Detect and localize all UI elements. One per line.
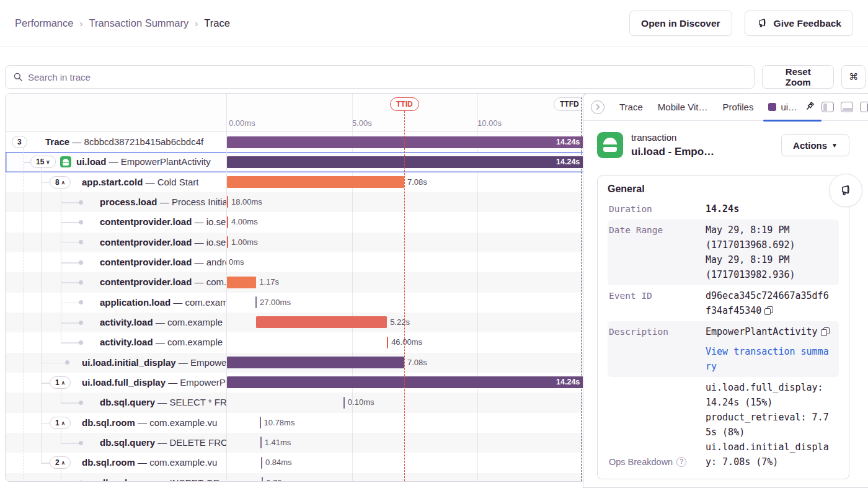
shortcut-button[interactable]: ⌘ [841, 65, 866, 89]
span-label: db.sql.query — SELECT * FROM [100, 393, 226, 412]
breadcrumb-transaction-summary[interactable]: Transaction Summary [89, 17, 188, 29]
span-bar[interactable] [262, 477, 263, 482]
span-bar[interactable] [260, 437, 262, 448]
tree-dot [79, 280, 83, 285]
tree-guide-line [61, 428, 61, 443]
span-bar[interactable] [227, 236, 228, 248]
reset-zoom-button[interactable]: Reset Zoom [762, 65, 834, 89]
span-op: ui.load.full_display [82, 377, 166, 388]
detail-row: Ops Breakdown?ui.load.full_display: 14.2… [608, 377, 839, 472]
span-description: — EmpowerPlantActivity [106, 156, 210, 167]
detail-value: d96eca345c724667a35df6f34af45340 [706, 288, 831, 318]
span-bar[interactable] [227, 176, 404, 188]
span-label: contentprovider.load — io.sentry [100, 233, 226, 252]
span-op: activity.load [100, 317, 153, 327]
pin-icon[interactable] [802, 99, 818, 115]
view-transaction-summary-link[interactable]: View transaction summary [706, 344, 831, 374]
tree-cell: db.sql.query — DELETE FROM [6, 433, 226, 453]
row-count-pill[interactable]: 1∧ [50, 376, 71, 389]
open-in-discover-label: Open in Discover [641, 18, 720, 29]
collapse-drawer-button[interactable] [591, 100, 604, 114]
breadcrumb-separator: › [79, 18, 82, 29]
span-duration: 7.08s [407, 172, 427, 192]
row-count-pill[interactable]: 3 [12, 136, 27, 148]
span-label: db.sql.query — DELETE FROM [100, 433, 226, 453]
row-count-pill[interactable]: 1∧ [50, 417, 71, 429]
child-count: 2 [55, 458, 60, 467]
ttfd-badge[interactable]: TTFD [554, 97, 585, 111]
span-bar[interactable] [261, 457, 262, 469]
span-bar[interactable]: 14.24s [227, 376, 583, 388]
span-bar[interactable] [227, 277, 256, 288]
span-duration: 1.41ms [265, 433, 291, 453]
tree-elbow [61, 443, 80, 444]
android-icon [60, 156, 71, 167]
sentry-trace-view: Performance › Transaction Summary › Trac… [0, 0, 868, 488]
span-bar[interactable] [227, 216, 228, 228]
row-count-pill[interactable]: 2∧ [50, 456, 71, 469]
span-label: ui.load — EmpowerPlantActivity [76, 152, 211, 172]
ttid-badge[interactable]: TTID [390, 97, 419, 111]
span-op: db.sql.room [82, 457, 135, 468]
tree-cell: activity.load — com.example [6, 313, 226, 332]
span-description: — androidx [192, 257, 226, 267]
open-in-discover-button[interactable]: Open in Discover [629, 11, 732, 36]
span-bar[interactable] [256, 316, 387, 328]
feedback-fab[interactable] [829, 174, 862, 207]
span-op: contentprovider.load [100, 277, 192, 287]
span-description: — com.example [153, 337, 223, 347]
span-bar[interactable] [227, 196, 228, 208]
dock-left-icon[interactable] [822, 102, 834, 112]
child-count: 3 [17, 138, 22, 146]
detail-value: ui.load.full_display: 14.24s (15%)produc… [706, 380, 831, 469]
span-label: db.sql.query — INSERT OR [100, 473, 220, 482]
row-count-pill[interactable]: 15∨ [30, 156, 56, 168]
tree-cell: 8∧app.start.cold — Cold Start [6, 172, 226, 192]
span-description: — EmpowerPlantActivity [176, 357, 226, 368]
detail-label-text: Date Range [609, 225, 663, 235]
detail-value: EmpowerPlantActivityView transaction sum… [706, 324, 831, 374]
copy-icon[interactable] [821, 327, 830, 336]
row-count-pill[interactable]: 8∧ [50, 176, 71, 189]
chevron-down-icon: ∨ [46, 159, 50, 165]
give-feedback-button[interactable]: Give Feedback [745, 11, 853, 36]
span-duration: 14.24s [556, 376, 580, 388]
tree-cell: contentprovider.load — androidx [6, 252, 226, 272]
dock-right-icon[interactable] [860, 102, 868, 112]
detail-row: DescriptionEmpowerPlantActivityView tran… [608, 321, 839, 377]
active-tab-underline [763, 120, 822, 122]
span-bar[interactable] [227, 357, 404, 368]
help-icon[interactable]: ? [676, 457, 686, 467]
span-duration: 14.24s [556, 156, 580, 168]
actions-button[interactable]: Actions ▼ [781, 134, 849, 156]
copy-icon[interactable] [764, 306, 773, 315]
tab-mobile-vitals[interactable]: Mobile Vit… [650, 102, 715, 112]
chevron-up-icon: ∧ [61, 380, 65, 386]
tree-elbow [61, 282, 80, 283]
span-duration: 1.00ms [231, 233, 258, 252]
tab-trace[interactable]: Trace [612, 102, 650, 112]
detail-label: Date Range [608, 223, 706, 282]
axis-tick-label: 0.00ms [229, 118, 255, 128]
span-bar[interactable] [343, 397, 345, 409]
tab-span-detail-active[interactable]: ui… [763, 94, 822, 121]
span-bar[interactable] [255, 296, 257, 308]
search-input[interactable] [28, 72, 746, 82]
search-box[interactable] [5, 65, 755, 89]
breadcrumb-performance[interactable]: Performance [15, 17, 73, 29]
tree-cell: contentprovider.load — com.example [6, 272, 226, 292]
span-bar[interactable] [260, 417, 261, 428]
tree-cell: db.sql.query — INSERT OR [6, 473, 226, 482]
span-bar[interactable]: 14.24s [227, 156, 583, 168]
general-heading: General [608, 184, 839, 195]
tree-dot [79, 300, 83, 304]
tree-dot [79, 340, 83, 345]
tab-profiles[interactable]: Profiles [715, 102, 761, 112]
dock-bottom-icon[interactable] [841, 102, 853, 112]
span-bar[interactable]: 14.24s [227, 136, 583, 148]
detail-label-text: Event ID [609, 291, 652, 301]
ops-breakdown-value: product_retrieval: 7.75s (8%) [706, 410, 831, 440]
span-bar[interactable] [387, 337, 388, 348]
span-op: contentprovider.load [100, 216, 192, 227]
span-description: — com.example [192, 277, 226, 287]
